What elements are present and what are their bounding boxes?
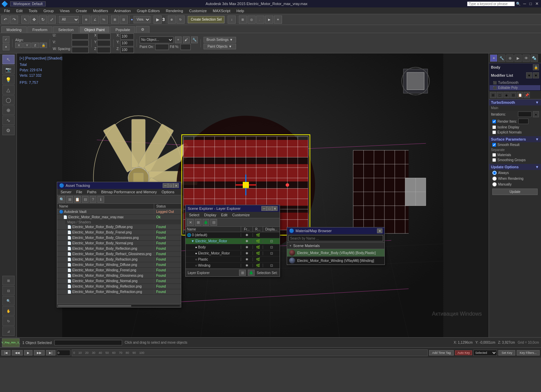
align-button[interactable]: ⊟ bbox=[120, 16, 128, 24]
tab-object-paint[interactable]: Object Paint bbox=[79, 26, 110, 33]
se-tool-close[interactable]: ✕ bbox=[187, 219, 194, 226]
se-row-plastic[interactable]: ○ Plastic ✱ 🌿 bbox=[186, 256, 280, 263]
turbosmooth-section-header[interactable]: TurboSmooth ▼ bbox=[489, 99, 541, 105]
move-tool[interactable]: ⊕ bbox=[168, 16, 176, 24]
at-row-file[interactable]: 📄 Electric_Motor_Rotor_max_vray.max Ok bbox=[57, 215, 181, 220]
at-row-refract-gloss[interactable]: 📄 Electric_Motor_Rotor_Body_Refract_Glos… bbox=[57, 251, 181, 257]
align-lock-btn[interactable]: 🔒 bbox=[40, 43, 47, 48]
tl-play[interactable]: ▶ bbox=[24, 350, 32, 356]
at-tool-btn4[interactable]: ⊟ bbox=[82, 196, 89, 203]
at-menu-server[interactable]: Server bbox=[58, 190, 73, 194]
undo-button[interactable]: ↶ bbox=[1, 16, 9, 24]
angle-snap-button[interactable]: ∠ bbox=[91, 16, 99, 24]
tab-settings[interactable]: ⚙ bbox=[136, 26, 149, 33]
at-row-w-normal[interactable]: 📄 Electric_Motor_Rotor_Winding_Normal.pn… bbox=[57, 278, 181, 284]
se-menu-customize[interactable]: Customize bbox=[230, 213, 252, 217]
menu-tools[interactable]: Tools bbox=[26, 8, 40, 14]
mat-row-body[interactable]: Electric_Motor_Rotor_Body (VRayMtl) [Bod… bbox=[287, 249, 384, 257]
render-setup-button[interactable]: 🎥 bbox=[256, 16, 264, 24]
rs-stack-btn4[interactable]: ⊟ bbox=[510, 92, 516, 98]
asset-tracking-close[interactable]: ✕ bbox=[173, 183, 179, 188]
menu-graph-editors[interactable]: Graph Editors bbox=[134, 8, 163, 14]
at-row-w-diffuse[interactable]: 📄 Electric_Motor_Rotor_Winding_Diffuse.p… bbox=[57, 262, 181, 268]
tool-orbit[interactable]: ↻ bbox=[2, 316, 15, 326]
align-z-btn[interactable]: Z bbox=[31, 43, 39, 48]
tool-space-warps[interactable]: ∿ bbox=[2, 116, 15, 125]
tool-select[interactable]: ↖ bbox=[2, 55, 15, 64]
mat-row-winding[interactable]: Electric_Motor_Rotor_Winding (VRayMtl) [… bbox=[287, 257, 384, 265]
se-tool-filter[interactable]: ⊟ bbox=[210, 219, 217, 226]
paint-mode-check[interactable]: ✓ bbox=[3, 36, 9, 43]
se-row-default[interactable]: 🌐 0 (default) ✱ 🌿 bbox=[186, 232, 280, 238]
rotate-button[interactable]: ↻ bbox=[39, 16, 47, 24]
create-selection-button[interactable]: Create Selection Sel bbox=[188, 16, 225, 23]
named-sets-button[interactable]: ↕ bbox=[228, 16, 236, 24]
tool-pan[interactable]: ✋ bbox=[2, 306, 15, 316]
u-input[interactable]: 0,000 bbox=[72, 33, 89, 40]
tool-light[interactable]: 💡 bbox=[2, 75, 15, 84]
menu-rendering[interactable]: Rendering bbox=[163, 8, 186, 14]
menu-views[interactable]: Views bbox=[57, 8, 72, 14]
se-close[interactable]: ✕ bbox=[272, 206, 278, 211]
at-menu-paths[interactable]: Paths bbox=[85, 190, 98, 194]
scale-x-input[interactable] bbox=[120, 33, 134, 40]
schematic-view-button[interactable]: ⊞ bbox=[239, 16, 247, 24]
rs-motion-tab[interactable]: ▶ bbox=[514, 54, 522, 62]
filter-dropdown[interactable]: All bbox=[59, 16, 79, 23]
tool-camera[interactable]: 📷 bbox=[2, 65, 15, 74]
auto-key-btn[interactable]: Auto Key bbox=[455, 350, 472, 355]
rs-stack-btn6[interactable]: 📌 bbox=[524, 92, 530, 98]
percent-snap-button[interactable]: % bbox=[100, 16, 108, 24]
tool-helpers[interactable]: ⊕ bbox=[2, 105, 15, 115]
render-iters-input[interactable]: 2 bbox=[518, 119, 528, 124]
set-key-btn[interactable]: Set Key bbox=[498, 350, 515, 356]
mat-browser-titlebar[interactable]: 🔵 Material/Map Browser ✕ bbox=[287, 227, 384, 234]
at-row-normal[interactable]: 📄 Electric_Motor_Rotor_Body_Normal.png F… bbox=[57, 241, 181, 246]
at-row-vault[interactable]: 🔵 Autodesk Vault Logged Out bbox=[57, 209, 181, 215]
at-row-frenel[interactable]: 📄 Electric_Motor_Rotor_Body_Frenel.png F… bbox=[57, 230, 181, 235]
z-input[interactable]: 0 bbox=[97, 47, 111, 53]
workspace-button[interactable]: Workspace: Default bbox=[10, 1, 46, 6]
tab-freeform[interactable]: Freeform bbox=[27, 26, 53, 33]
iterations-up[interactable]: ▲ bbox=[533, 111, 539, 117]
maximize-button[interactable]: □ bbox=[528, 1, 533, 6]
mat-browser-close[interactable]: ✕ bbox=[377, 228, 382, 233]
asset-tracking-maximize[interactable]: □ bbox=[168, 183, 173, 188]
rs-body-lock[interactable]: 🔒 bbox=[533, 64, 539, 70]
render-button[interactable]: ▶ bbox=[265, 16, 273, 24]
tool-field-of-view[interactable]: ⊿ bbox=[2, 326, 15, 336]
menu-create[interactable]: Create bbox=[73, 8, 90, 14]
rs-stack-btn3[interactable]: ◈ bbox=[503, 92, 510, 98]
move-button[interactable]: ✥ bbox=[30, 16, 38, 24]
w-input[interactable]: 4,000 bbox=[72, 47, 89, 53]
always-radio[interactable] bbox=[492, 171, 497, 175]
rs-modify-tab[interactable]: 🔧 bbox=[498, 54, 505, 62]
at-row-refraction[interactable]: 📄 Electric_Motor_Rotor_Body_Refraction.p… bbox=[57, 257, 181, 262]
menu-file[interactable]: File bbox=[1, 8, 13, 14]
at-tool-btn2[interactable]: ⊞ bbox=[66, 196, 73, 203]
close-button[interactable]: ✕ bbox=[534, 1, 540, 6]
rs-mod-icon1[interactable]: ▼ bbox=[526, 72, 532, 78]
at-row-w-glossiness[interactable]: 📄 Electric_Motor_Rotor_Winding_Glossines… bbox=[57, 273, 181, 278]
rs-stack-btn1[interactable]: ⊞ bbox=[490, 92, 496, 98]
paint-objects-button[interactable]: Paint Objects ▼ bbox=[204, 44, 236, 49]
minimize-button[interactable]: ─ bbox=[522, 1, 527, 6]
menu-animation[interactable]: Animation bbox=[112, 8, 134, 14]
add-time-tag-btn[interactable]: Add Time Tag bbox=[429, 350, 454, 356]
when-rendering-radio[interactable] bbox=[492, 176, 497, 181]
at-row-w-refraction[interactable]: 📄 Electric_Motor_Rotor_Winding_Refractio… bbox=[57, 289, 181, 295]
rs-create-tab[interactable]: ✦ bbox=[490, 54, 497, 62]
asset-tracking-minimize[interactable]: ─ bbox=[163, 183, 168, 188]
se-row-body[interactable]: ● Body ✱ 🌿 ⊡ bbox=[186, 244, 280, 250]
search-input[interactable] bbox=[467, 2, 515, 6]
explicit-normals-check[interactable] bbox=[492, 130, 496, 134]
at-info-btn[interactable]: ℹ bbox=[97, 196, 104, 203]
se-row-winding[interactable]: ○ Winding ✱ 🌿 ⊡ bbox=[186, 263, 280, 269]
se-menu-select[interactable]: Select bbox=[187, 213, 202, 217]
at-menu-file[interactable]: File bbox=[74, 190, 84, 194]
se-row-motor-rotor[interactable]: ▼ Electric_Motor_Rotor ✱ 🌿 ⊡ bbox=[186, 238, 280, 244]
tool-systems[interactable]: ⚙ bbox=[2, 126, 15, 135]
align-y-btn[interactable]: Y bbox=[23, 43, 31, 48]
at-tool-btn1[interactable]: 🔍 bbox=[58, 196, 65, 203]
manually-radio[interactable] bbox=[492, 182, 497, 187]
